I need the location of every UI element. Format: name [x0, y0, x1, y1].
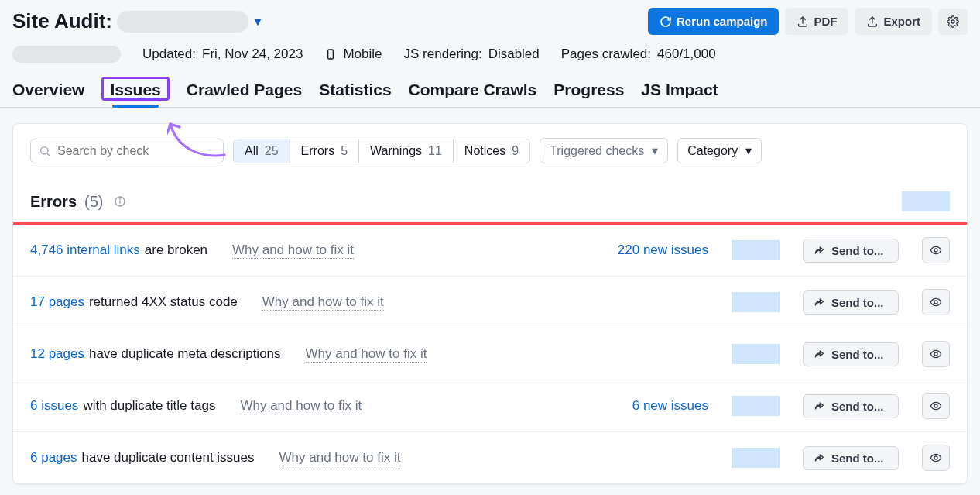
share-arrow-icon: [813, 296, 825, 308]
issue-count-link[interactable]: 6 issues: [30, 398, 78, 414]
view-button[interactable]: [922, 237, 950, 263]
search-icon: [39, 145, 51, 157]
issue-rest: have duplicate content issues: [82, 450, 255, 466]
row-sparkline: [732, 292, 780, 312]
svg-point-10: [934, 249, 937, 252]
mobile-icon: [324, 48, 337, 60]
issue-text: 17 pages returned 4XX status code Why an…: [30, 294, 384, 311]
issue-row: 17 pages returned 4XX status code Why an…: [13, 277, 967, 328]
tab-statistics[interactable]: Statistics: [319, 76, 391, 107]
share-arrow-icon: [813, 348, 825, 360]
upload-icon: [797, 15, 809, 28]
rerun-campaign-button[interactable]: Rerun campaign: [648, 8, 780, 35]
eye-icon: [930, 348, 942, 360]
tab-crawled-pages[interactable]: Crawled Pages: [187, 76, 302, 107]
tab-overview[interactable]: Overview: [12, 76, 84, 107]
svg-marker-9: [732, 242, 780, 260]
send-to-button[interactable]: Send to...: [803, 394, 899, 418]
title-prefix: Site Audit:: [12, 9, 112, 33]
page-header: Site Audit: ▾ Rerun campaign PDF Export: [0, 0, 980, 35]
chevron-down-icon: ▾: [745, 143, 752, 158]
svg-point-7: [120, 199, 121, 200]
chevron-down-icon[interactable]: ▾: [255, 14, 261, 29]
tab-js-impact[interactable]: JS Impact: [641, 76, 718, 107]
help-link[interactable]: Why and how to fix it: [232, 242, 354, 259]
help-link[interactable]: Why and how to fix it: [306, 346, 427, 363]
svg-marker-15: [732, 397, 780, 416]
triggered-checks-dropdown[interactable]: Triggered checks ▾: [540, 138, 668, 163]
svg-point-0: [951, 20, 954, 23]
share-arrow-icon: [813, 452, 825, 464]
seg-errors[interactable]: Errors 5: [290, 139, 359, 163]
view-button[interactable]: [922, 445, 950, 471]
svg-point-3: [41, 146, 48, 153]
pdf-button[interactable]: PDF: [785, 8, 848, 35]
issue-row: 12 pages have duplicate meta description…: [13, 328, 967, 380]
issue-rest: returned 4XX status code: [89, 294, 238, 310]
view-button[interactable]: [922, 341, 950, 367]
send-to-button[interactable]: Send to...: [803, 290, 899, 315]
issue-count-link[interactable]: 6 pages: [30, 450, 77, 466]
svg-point-16: [934, 404, 937, 407]
upload-icon: [866, 15, 879, 28]
help-link[interactable]: Why and how to fix it: [279, 450, 401, 466]
tab-bar: Overview Issues Crawled Pages Statistics…: [0, 72, 980, 108]
search-input[interactable]: [57, 144, 215, 158]
svg-marker-8: [902, 193, 950, 211]
category-dropdown[interactable]: Category ▾: [677, 138, 762, 163]
eye-icon: [930, 400, 942, 412]
section-sparkline: [902, 191, 950, 211]
seg-all[interactable]: All 25: [234, 139, 290, 163]
issue-text: 6 pages have duplicate content issues Wh…: [30, 450, 400, 466]
gear-icon: [947, 15, 959, 28]
send-to-button[interactable]: Send to...: [803, 342, 899, 366]
issue-rest: are broken: [145, 242, 207, 258]
issue-text: 12 pages have duplicate meta description…: [30, 346, 427, 363]
new-issues[interactable]: 220 new issues: [618, 242, 708, 258]
info-icon[interactable]: [114, 195, 126, 208]
section-count: (5): [84, 193, 103, 211]
issues-card: All 25 Errors 5 Warnings 11 Notices 9 Tr…: [12, 123, 968, 485]
help-link[interactable]: Why and how to fix it: [240, 398, 362, 414]
svg-point-14: [934, 352, 937, 356]
send-to-button[interactable]: Send to...: [803, 446, 899, 470]
svg-point-12: [934, 301, 937, 304]
eye-icon: [930, 452, 942, 464]
device-info: Mobile: [324, 46, 382, 62]
tab-compare-crawls[interactable]: Compare Crawls: [409, 76, 537, 107]
export-button[interactable]: Export: [855, 8, 932, 35]
tab-progress[interactable]: Progress: [553, 76, 624, 107]
tab-issues[interactable]: Issues: [101, 76, 169, 107]
search-input-wrap[interactable]: [30, 139, 224, 163]
row-sparkline: [732, 448, 780, 468]
sub-header: Updated: Fri, Nov 24, 2023 Mobile JS ren…: [0, 35, 980, 72]
svg-marker-17: [732, 449, 780, 468]
view-button[interactable]: [922, 393, 950, 419]
help-link[interactable]: Why and how to fix it: [262, 294, 384, 311]
issue-count-link[interactable]: 4,746 internal links: [30, 242, 140, 258]
share-arrow-icon: [813, 400, 825, 412]
settings-button[interactable]: [938, 9, 968, 35]
tab-issues-highlight: Issues: [101, 77, 169, 101]
row-sparkline: [732, 396, 780, 416]
svg-line-4: [47, 153, 50, 156]
filter-bar: All 25 Errors 5 Warnings 11 Notices 9 Tr…: [13, 138, 967, 173]
view-button[interactable]: [922, 289, 950, 315]
issue-rest: with duplicate title tags: [83, 398, 215, 414]
send-to-button[interactable]: Send to...: [803, 239, 899, 263]
updated-info: Updated: Fri, Nov 24, 2023: [142, 46, 303, 62]
seg-warnings[interactable]: Warnings 11: [359, 139, 454, 163]
section-title: Errors: [30, 193, 77, 211]
seg-notices[interactable]: Notices 9: [454, 139, 529, 163]
issue-row: 6 issues with duplicate title tags Why a…: [13, 380, 967, 432]
js-rendering-info: JS rendering: Disabled: [404, 46, 540, 62]
domain-pill-placeholder: [117, 11, 248, 33]
issue-text: 6 issues with duplicate title tags Why a…: [30, 398, 362, 414]
pages-crawled-info: Pages crawled: 460/1,000: [561, 46, 716, 62]
issue-count-link[interactable]: 12 pages: [30, 346, 84, 362]
svg-marker-11: [732, 294, 780, 312]
issue-count-link[interactable]: 17 pages: [30, 294, 84, 310]
new-issues[interactable]: 6 new issues: [632, 398, 708, 414]
issue-rest: have duplicate meta descriptions: [89, 346, 281, 362]
filter-segment: All 25 Errors 5 Warnings 11 Notices 9: [233, 139, 530, 163]
